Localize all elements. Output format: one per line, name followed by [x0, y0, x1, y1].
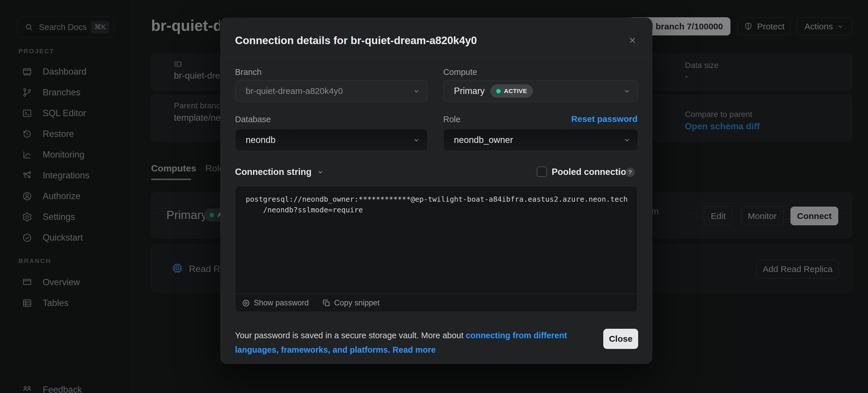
copy-icon: [322, 299, 331, 307]
connection-details-modal: Connection details for br-quiet-dream-a8…: [220, 18, 652, 364]
close-icon[interactable]: [626, 34, 639, 47]
database-select[interactable]: neondb: [235, 129, 428, 151]
role-field-label: Role: [443, 115, 461, 124]
compute-status-badge: ACTIVE: [491, 85, 533, 98]
help-icon[interactable]: ?: [625, 168, 635, 177]
chevron-down-icon: [623, 136, 631, 144]
role-select[interactable]: neondb_owner: [443, 129, 638, 151]
role-select-value: neondb_owner: [454, 135, 513, 145]
copy-snippet-label: Copy snippet: [334, 298, 380, 307]
database-field-label: Database: [235, 115, 271, 124]
chevron-down-icon: [623, 87, 631, 95]
active-dot: [496, 89, 501, 93]
compute-field-label: Compute: [443, 67, 477, 77]
close-button[interactable]: Close: [603, 329, 638, 349]
show-password-label: Show password: [254, 298, 309, 307]
eye-icon: [242, 299, 250, 307]
modal-footer-note: Your password is saved in a secure stora…: [235, 328, 567, 357]
connection-string-dropdown[interactable]: Connection string: [235, 167, 324, 177]
neon-console: Search Docs ⌘K PROJECT Dashboard Branche…: [0, 0, 868, 393]
branch-field-label: Branch: [235, 67, 261, 77]
chevron-down-icon: [317, 168, 324, 176]
chevron-down-icon: [412, 136, 421, 144]
database-select-value: neondb: [246, 135, 275, 145]
copy-snippet-button[interactable]: Copy snippet: [322, 298, 380, 307]
active-label: ACTIVE: [504, 88, 527, 95]
modal-header-divider: [221, 57, 652, 58]
modal-title: Connection details for br-quiet-dream-a8…: [235, 35, 477, 47]
chevron-down-icon: [412, 87, 421, 95]
reset-password-link[interactable]: Reset password: [571, 114, 638, 124]
connecting-docs-link[interactable]: languages, frameworks, and platforms.: [235, 345, 390, 354]
branch-select-value: br-quiet-dream-a820k4y0: [246, 86, 343, 96]
connection-string-label: Connection string: [235, 167, 311, 177]
branch-select[interactable]: br-quiet-dream-a820k4y0: [235, 80, 428, 102]
connecting-docs-link[interactable]: connecting from different: [466, 331, 567, 340]
read-more-link[interactable]: Read more: [393, 345, 436, 354]
connection-string-text: postgresql://neondb_owner:************@e…: [246, 194, 628, 215]
pooled-connection-checkbox[interactable]: [537, 167, 547, 177]
show-password-button[interactable]: Show password: [242, 298, 309, 307]
compute-select-value: Primary: [454, 86, 485, 96]
pooled-connection-label: Pooled connection: [552, 167, 631, 177]
compute-select[interactable]: Primary ACTIVE: [443, 80, 638, 102]
code-toolbar: Show password Copy snippet: [235, 294, 637, 312]
connection-string-block: postgresql://neondb_owner:************@e…: [235, 186, 638, 312]
